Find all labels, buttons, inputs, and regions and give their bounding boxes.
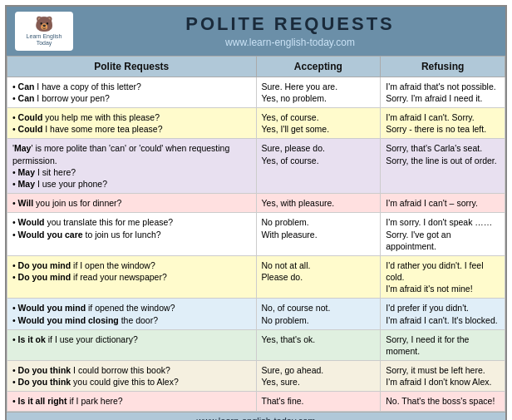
cell-accepting: No problem.With pleasure. (256, 213, 381, 256)
footer: www.learn-english-today.com (7, 412, 505, 420)
header: 🐻 Learn EnglishToday POLITE REQUESTS www… (7, 7, 505, 56)
main-title: POLITE REQUESTS (185, 13, 395, 35)
cell-refusing: Sorry, it must be left here.I'm afraid I… (381, 361, 505, 392)
cell-refusing: I'm afraid that's not possible.Sorry. I'… (381, 77, 505, 107)
cell-refusing: I'd prefer if you didn't.I'm afraid I ca… (381, 299, 505, 329)
logo-icon: 🐻 (35, 15, 53, 33)
logo: 🐻 Learn EnglishToday (15, 12, 73, 51)
cell-requests: • Is it all right if I park here? (7, 392, 257, 411)
cell-refusing: I'm sorry. I don't speak ……Sorry. I've g… (381, 213, 505, 256)
main-table: Polite Requests Accepting Refusing • Can… (7, 56, 505, 412)
cell-requests: • Would you mind if opened the window?• … (7, 299, 257, 329)
table-row: • Is it all right if I park here?That's … (7, 392, 505, 411)
cell-requests: • Do you mind if I open the window?• Do … (7, 255, 257, 299)
footer-text: www.learn-english-today.com (197, 416, 316, 420)
table-row: • Do you mind if I open the window?• Do … (7, 255, 505, 299)
cell-accepting: Sure, please do.Yes, of course. (256, 139, 381, 194)
table-header-row: Polite Requests Accepting Refusing (7, 56, 505, 77)
cell-accepting: That's fine. (256, 392, 381, 411)
col-header-requests: Polite Requests (7, 56, 257, 77)
col-header-refusing: Refusing (381, 56, 505, 77)
logo-text: Learn EnglishToday (27, 33, 62, 47)
table-row: • Do you think I could borrow this book?… (7, 361, 505, 392)
cell-accepting: Yes, that's ok. (256, 329, 381, 360)
cell-refusing: Sorry, I need it for the moment. (381, 329, 505, 360)
cell-refusing: Sorry, that's Carla's seat.Sorry, the li… (381, 139, 505, 194)
cell-refusing: I'm afraid I can't. Sorry.Sorry - there … (381, 108, 505, 139)
table-row: • Can I have a copy of this letter?• Can… (7, 77, 505, 107)
cell-accepting: No not at all.Please do. (256, 255, 381, 299)
table-row: • Is it ok if I use your dictionary?Yes,… (7, 329, 505, 360)
col-header-accepting: Accepting (256, 56, 381, 77)
cell-requests: • Is it ok if I use your dictionary? (7, 329, 257, 360)
table-row: • Will you join us for dinner?Yes, with … (7, 194, 505, 213)
cell-refusing: I'd rather you didn't. I feel cold.I'm a… (381, 255, 505, 299)
cell-accepting: Yes, of course.Yes, I'll get some. (256, 108, 381, 139)
cell-requests: • Would you translate this for me please… (7, 213, 257, 256)
table-row: 'May' is more polite than 'can' or 'coul… (7, 139, 505, 194)
cell-requests: • Will you join us for dinner? (7, 194, 257, 213)
cell-requests: 'May' is more polite than 'can' or 'coul… (7, 139, 257, 194)
cell-accepting: Yes, with pleasure. (256, 194, 381, 213)
cell-accepting: Sure. Here you are.Yes, no problem. (256, 77, 381, 107)
cell-requests: • Can I have a copy of this letter?• Can… (7, 77, 257, 107)
subtitle: www.learn-english-today.com (225, 37, 355, 48)
cell-requests: • Do you think I could borrow this book?… (7, 361, 257, 392)
main-container: 🐻 Learn EnglishToday POLITE REQUESTS www… (5, 5, 507, 420)
table-row: • Could you help me with this please?• C… (7, 108, 505, 139)
header-right: POLITE REQUESTS www.learn-english-today.… (83, 13, 497, 48)
cell-refusing: I'm afraid I can't – sorry. (381, 194, 505, 213)
cell-accepting: Sure, go ahead.Yes, sure. (256, 361, 381, 392)
table-row: • Would you translate this for me please… (7, 213, 505, 256)
cell-accepting: No, of course not.No problem. (256, 299, 381, 329)
cell-refusing: No. That's the boss's space! (381, 392, 505, 411)
cell-requests: • Could you help me with this please?• C… (7, 108, 257, 139)
table-row: • Would you mind if opened the window?• … (7, 299, 505, 329)
